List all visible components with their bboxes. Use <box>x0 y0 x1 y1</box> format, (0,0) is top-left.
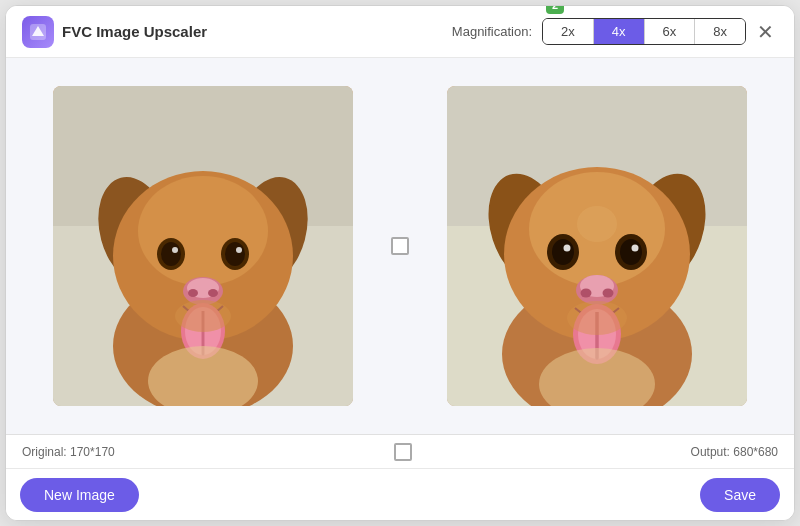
svg-point-17 <box>188 289 198 297</box>
mag-btn-4x[interactable]: 4x <box>594 19 645 44</box>
divider-icon <box>391 237 409 255</box>
output-image <box>447 86 747 406</box>
footer: New Image Save <box>6 468 794 520</box>
magnification-buttons-group: 2x 4x 6x 8x <box>542 18 746 45</box>
center-divider-icon <box>394 443 412 461</box>
main-content <box>6 58 794 434</box>
svg-point-18 <box>208 289 218 297</box>
original-image <box>53 86 353 406</box>
output-image-panel <box>420 74 774 418</box>
info-bar: Original: 170*170 Output: 680*680 <box>6 434 794 468</box>
svg-point-34 <box>620 239 642 265</box>
svg-point-42 <box>567 301 627 335</box>
magnification-label: Magnification: <box>452 24 532 39</box>
mag-btn-8x[interactable]: 8x <box>695 19 745 44</box>
svg-point-10 <box>161 242 181 266</box>
app-logo-icon <box>22 16 54 48</box>
svg-point-44 <box>577 206 617 242</box>
svg-point-11 <box>172 247 178 253</box>
app-window: FVC Image Upscaler 2 Magnification: 2x 4… <box>5 5 795 521</box>
save-button[interactable]: Save <box>700 478 780 512</box>
svg-point-35 <box>632 245 639 252</box>
mag-btn-6x[interactable]: 6x <box>645 19 696 44</box>
original-image-panel <box>26 74 380 418</box>
divider-area <box>380 237 420 255</box>
svg-point-13 <box>225 242 245 266</box>
info-center <box>115 443 691 461</box>
svg-point-31 <box>552 239 574 265</box>
header: FVC Image Upscaler 2 Magnification: 2x 4… <box>6 6 794 58</box>
svg-point-14 <box>236 247 242 253</box>
new-image-button[interactable]: New Image <box>20 478 139 512</box>
svg-point-21 <box>175 300 231 332</box>
mag-btn-2x[interactable]: 2x <box>543 19 594 44</box>
original-dog-svg <box>53 86 353 406</box>
svg-point-39 <box>603 289 614 298</box>
svg-point-8 <box>138 176 268 286</box>
output-dog-svg <box>447 86 747 406</box>
svg-point-32 <box>564 245 571 252</box>
close-button[interactable]: ✕ <box>751 20 780 44</box>
logo-area: FVC Image Upscaler <box>22 16 207 48</box>
svg-point-38 <box>581 289 592 298</box>
original-size-label: Original: 170*170 <box>22 445 115 459</box>
app-title: FVC Image Upscaler <box>62 23 207 40</box>
step-badge: 2 <box>546 5 564 14</box>
output-size-label: Output: 680*680 <box>691 445 778 459</box>
magnification-area: 2 Magnification: 2x 4x 6x 8x <box>452 18 746 45</box>
